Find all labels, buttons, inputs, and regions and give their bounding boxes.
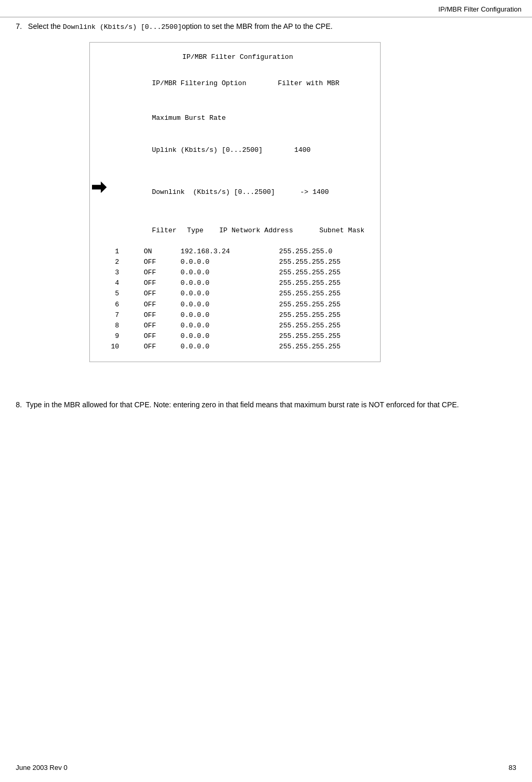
table-row: 4 OFF 0.0.0.0 255.255.255.255 [111,278,364,289]
uplink-row: Uplink (Kbits/s) [0...2500]1400 [111,134,364,166]
table-rows: 1 ON 192.168.3.24 255.255.255.0 2 OFF 0.… [111,246,364,352]
table-row: 6 OFF 0.0.0.0 255.255.255.255 [111,300,364,310]
downlink-value: -> 1400 [300,188,329,196]
uplink-label: Uplink (Kbits/s) [0...2500] [152,146,263,154]
step7-code: Downlink (Kbits/s) [0...2500] [63,23,182,31]
downlink-row: Downlink (Kbits/s) [0...2500]-> 1400 [111,166,364,209]
page-header: IP/MBR Filter Configuration [438,5,521,13]
step7-text-before: Select the [28,22,63,30]
col-subnet: Subnet Mask [319,227,364,234]
page-footer: June 2003 Rev 0 83 [16,764,516,771]
table-row: 3 OFF 0.0.0.0 255.255.255.255 [111,267,364,278]
max-burst-label: Maximum Burst Rate [152,114,226,122]
table-row: 7 OFF 0.0.0.0 255.255.255.255 [111,310,364,321]
table-row: 10 OFF 0.0.0.0 255.255.255.255 [111,342,364,352]
col-ip: IP Network Address [219,227,293,234]
table-row: 2 OFF 0.0.0.0 255.255.255.255 [111,257,364,267]
table-header-row: FilterTypeIP Network AddressSubnet Mask [111,214,364,246]
footer-right: 83 [509,764,516,771]
col-filter: Filter [152,227,177,234]
col-type: Type [187,227,203,234]
filtering-option-label: IP/MBR Filtering Option [152,79,246,87]
table-row: 5 OFF 0.0.0.0 255.255.255.255 [111,289,364,299]
screen-box: IP/MBR Filter Configuration IP/MBR Filte… [89,42,381,363]
table-row: 9 OFF 0.0.0.0 255.255.255.255 [111,331,364,342]
table-row: 8 OFF 0.0.0.0 255.255.255.255 [111,321,364,331]
max-burst-row: Maximum Burst Rate [111,102,364,134]
step8-content: Type in the MBR allowed for that CPE. No… [26,400,459,409]
header-title: IP/MBR Filter Configuration [438,5,521,13]
footer-left: June 2003 Rev 0 [16,764,67,771]
arrow-icon [92,181,107,193]
screen-title: IP/MBR Filter Configuration [111,52,364,63]
step7-text-after: option to set the MBR from the AP to the… [182,22,333,30]
table-row: 1 ON 192.168.3.24 255.255.255.0 [111,246,364,257]
screen-filtering-row: IP/MBR Filtering OptionFilter with MBR [111,68,364,99]
step7-text: 7. Select the Downlink (Kbits/s) [0...25… [16,21,516,33]
downlink-label: Downlink (Kbits/s) [0...2500] [152,188,275,196]
filter-value-label: Filter with MBR [278,79,339,87]
step8-label: 8. [16,400,22,409]
step-8: 8. Type in the MBR allowed for that CPE.… [16,399,516,410]
uplink-value: 1400 [294,146,311,154]
step8-text: 8. Type in the MBR allowed for that CPE.… [16,399,516,410]
step-7: 7. Select the Downlink (Kbits/s) [0...25… [16,21,516,378]
step7-label: 7. [16,22,22,30]
